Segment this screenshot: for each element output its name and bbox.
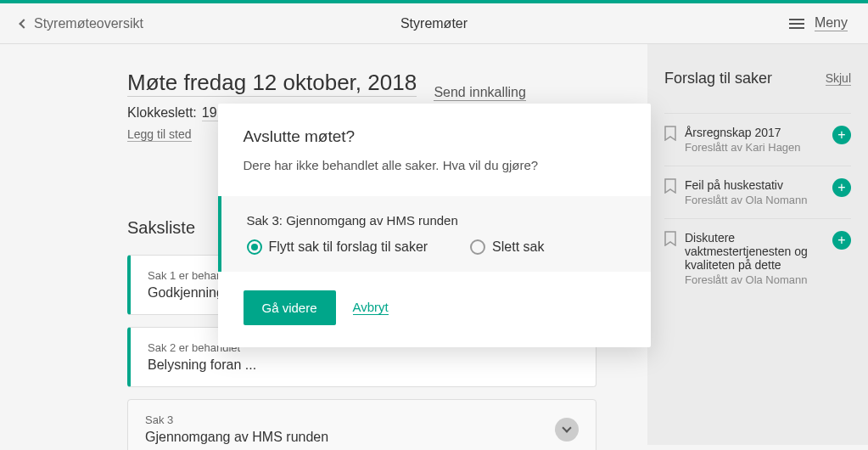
radio-delete-label: Slett sak: [492, 239, 544, 255]
radio-move-label: Flytt sak til forslag til saker: [269, 239, 428, 255]
radio-delete-option[interactable]: Slett sak: [470, 239, 544, 255]
modal-title: Avslutte møtet?: [244, 127, 625, 146]
modal-subtitle: Dere har ikke behandlet alle saker. Hva …: [244, 158, 625, 172]
modal-overlay: Avslutte møtet? Dere har ikke behandlet …: [0, 0, 868, 450]
radio-move-option[interactable]: Flytt sak til forslag til saker: [247, 239, 428, 255]
modal-body: Sak 3: Gjennomgang av HMS runden Flytt s…: [218, 196, 651, 272]
radio-icon: [247, 239, 262, 255]
modal-sak-label: Sak 3: Gjennomgang av HMS runden: [247, 213, 625, 228]
close-meeting-modal: Avslutte møtet? Dere har ikke behandlet …: [218, 104, 651, 347]
cancel-button[interactable]: Avbryt: [353, 300, 389, 315]
modal-footer: Gå videre Avbryt: [218, 272, 651, 347]
confirm-button[interactable]: Gå videre: [244, 290, 336, 325]
radio-icon: [470, 239, 485, 255]
modal-header: Avslutte møtet? Dere har ikke behandlet …: [218, 104, 651, 181]
radio-group: Flytt sak til forslag til saker Slett sa…: [247, 239, 625, 255]
